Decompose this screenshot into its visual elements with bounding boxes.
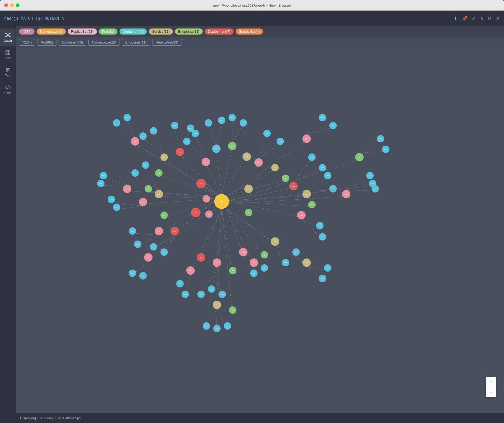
legend-tag-statefulset[interactable]: StatefulSet(4) bbox=[236, 28, 263, 35]
svg-point-150 bbox=[203, 322, 210, 330]
svg-point-178 bbox=[129, 227, 136, 235]
svg-line-6 bbox=[8, 34, 9, 35]
svg-point-250 bbox=[239, 248, 248, 256]
svg-point-197 bbox=[113, 204, 120, 211]
sidebar-item-graph-label: Graph bbox=[4, 39, 12, 42]
table-icon bbox=[5, 50, 11, 55]
svg-point-306 bbox=[214, 194, 229, 209]
sidebar: Graph Table Text bbox=[0, 26, 16, 423]
close-icon[interactable]: ✕ bbox=[496, 16, 500, 21]
svg-point-55 bbox=[282, 175, 289, 182]
sidebar-item-text[interactable]: Text bbox=[0, 63, 16, 81]
collapse-icon[interactable]: ⤢ bbox=[472, 16, 476, 21]
main-content: *(134) Namespace(1) ReplicaSet(23) Pod(3… bbox=[16, 26, 504, 423]
download-icon[interactable]: ⬇ bbox=[454, 16, 458, 21]
svg-point-142 bbox=[176, 280, 184, 287]
svg-point-263 bbox=[377, 135, 384, 142]
sidebar-item-graph[interactable]: Graph bbox=[0, 28, 16, 46]
svg-point-22 bbox=[202, 158, 210, 166]
svg-point-206 bbox=[100, 172, 107, 179]
maximize-button[interactable] bbox=[16, 3, 20, 7]
svg-point-133 bbox=[197, 291, 205, 298]
legend-tag-deployment[interactable]: Deployment(7) bbox=[205, 28, 234, 35]
close-button[interactable] bbox=[4, 3, 8, 7]
svg-point-77 bbox=[308, 153, 316, 161]
svg-point-217 bbox=[155, 169, 163, 177]
minimize-button[interactable] bbox=[10, 3, 14, 7]
query-prompt: neo4j$ MATCH (n) RETURN n bbox=[4, 16, 64, 21]
svg-line-14 bbox=[7, 85, 8, 89]
legend-bar-2: *(164) Pod(62) Container(46) Namespace(2… bbox=[16, 37, 504, 48]
svg-point-265 bbox=[382, 146, 389, 153]
status-bar: Displaying 134 nodes, 164 relationships. bbox=[16, 413, 504, 423]
svg-point-239 bbox=[244, 185, 253, 193]
svg-point-79 bbox=[319, 164, 326, 171]
sidebar-item-code-label: Code bbox=[4, 91, 11, 94]
svg-point-172 bbox=[150, 243, 157, 251]
svg-rect-15 bbox=[16, 49, 504, 412]
svg-point-34 bbox=[183, 138, 191, 145]
legend-tag-pod-2[interactable]: Pod(62) bbox=[37, 39, 56, 46]
svg-point-67 bbox=[289, 182, 298, 190]
zoom-in-button[interactable]: + bbox=[486, 377, 496, 387]
content-area: Graph Table Text bbox=[0, 26, 504, 423]
svg-point-53 bbox=[271, 164, 279, 171]
svg-point-164 bbox=[160, 211, 168, 219]
svg-point-284 bbox=[319, 114, 326, 121]
svg-point-157 bbox=[229, 306, 236, 314]
svg-line-5 bbox=[6, 34, 7, 35]
zoom-out-button[interactable]: − bbox=[486, 387, 496, 397]
graph-icon bbox=[5, 32, 11, 38]
legend-tag-endpoints-2[interactable]: Endpoints(11) bbox=[122, 39, 150, 46]
sidebar-item-table[interactable]: Table bbox=[0, 46, 16, 63]
sidebar-item-text-label: Text bbox=[5, 74, 10, 77]
svg-point-235 bbox=[196, 179, 206, 188]
svg-point-105 bbox=[271, 237, 279, 246]
refresh-icon[interactable]: ↺ bbox=[488, 16, 492, 21]
svg-point-3 bbox=[5, 36, 7, 37]
svg-point-221 bbox=[171, 122, 178, 129]
svg-point-59 bbox=[263, 130, 271, 137]
svg-point-277 bbox=[324, 264, 331, 272]
svg-point-187 bbox=[139, 198, 147, 206]
legend-tag-pod[interactable]: Pod(31) bbox=[99, 28, 117, 35]
zoom-controls: + − bbox=[486, 377, 496, 397]
svg-point-259 bbox=[355, 153, 364, 161]
svg-point-0 bbox=[7, 34, 9, 36]
legend-tag-all[interactable]: *(134) bbox=[19, 28, 35, 35]
svg-point-130 bbox=[218, 291, 226, 298]
svg-point-286 bbox=[329, 122, 337, 129]
legend-tag-replicaset-2[interactable]: ReplicaSet(23) bbox=[152, 39, 182, 46]
svg-point-44 bbox=[229, 114, 236, 121]
svg-point-170 bbox=[160, 248, 168, 256]
svg-point-28 bbox=[243, 152, 251, 161]
svg-point-38 bbox=[205, 119, 212, 127]
svg-line-8 bbox=[8, 36, 9, 36]
sidebar-item-code[interactable]: Code bbox=[0, 81, 16, 98]
svg-point-26 bbox=[228, 142, 236, 150]
legend-tag-namespace[interactable]: Namespace(1) bbox=[37, 28, 65, 35]
pin-icon[interactable]: 📌 bbox=[462, 16, 468, 21]
svg-point-227 bbox=[139, 132, 147, 140]
svg-point-46 bbox=[240, 119, 247, 127]
legend-tag-endpoints[interactable]: Endpoints(11) bbox=[175, 28, 203, 35]
svg-rect-9 bbox=[6, 50, 10, 55]
svg-point-73 bbox=[297, 211, 306, 219]
legend-tag-container[interactable]: Container(46) bbox=[120, 28, 147, 35]
sidebar-item-table-label: Table bbox=[4, 56, 11, 60]
svg-point-51 bbox=[254, 158, 263, 167]
legend-tag-all-2[interactable]: *(164) bbox=[19, 39, 35, 46]
svg-point-254 bbox=[250, 270, 258, 277]
graph-area[interactable]: ns pod con pod svc bbox=[16, 48, 504, 413]
svg-point-244 bbox=[203, 195, 210, 203]
svg-point-302 bbox=[113, 119, 120, 127]
legend-tag-namespace-2[interactable]: Namespace(22) bbox=[88, 39, 120, 46]
window-controls[interactable] bbox=[4, 3, 20, 7]
svg-point-241 bbox=[245, 209, 252, 216]
legend-tag-service[interactable]: Service(11) bbox=[149, 28, 173, 35]
up-icon[interactable]: ∧ bbox=[480, 16, 483, 21]
legend-tag-replicaset[interactable]: ReplicaSet(23) bbox=[68, 28, 97, 35]
legend-tag-container-2[interactable]: Container(46) bbox=[59, 39, 87, 46]
window-title: neo4j@bolt://localhost:7687/neo4j – Neo4… bbox=[213, 3, 291, 7]
svg-point-298 bbox=[131, 137, 139, 146]
